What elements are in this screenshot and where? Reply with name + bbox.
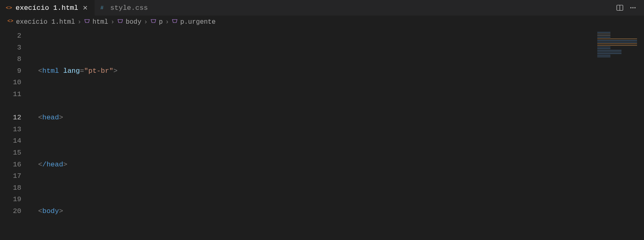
line-number: 17 — [0, 170, 21, 182]
css-file-icon: # — [100, 4, 107, 11]
breadcrumb-item-html[interactable]: html — [84, 18, 108, 26]
more-actions-icon[interactable] — [629, 4, 637, 11]
line-number: 18 — [0, 182, 21, 194]
title-actions — [616, 4, 641, 11]
line-number: 10 — [0, 77, 21, 89]
breadcrumb-label: p — [159, 18, 163, 26]
tab-active[interactable]: <> execício 1.html — [0, 0, 95, 16]
minimap[interactable] — [595, 29, 644, 240]
html-file-icon: <> — [7, 18, 14, 26]
line-number: 14 — [0, 135, 21, 147]
line-number: 19 — [0, 194, 21, 206]
close-icon[interactable] — [82, 4, 89, 11]
line-number: 2 — [0, 30, 21, 42]
chevron-right-icon: › — [77, 18, 82, 26]
breadcrumb-file-label: execício 1.html — [16, 18, 75, 26]
code-line: </head> — [29, 159, 644, 171]
chevron-right-icon: › — [111, 18, 115, 26]
code-editor[interactable]: 2 3 8 9 10 11 12 13 14 15 16 17 18 19 20… — [0, 29, 644, 240]
tabs-bar: <> execício 1.html # style.css — [0, 0, 644, 16]
line-number: 16 — [0, 159, 21, 171]
code-line: <html lang="pt-br"> — [29, 65, 644, 77]
breadcrumb-item-p[interactable]: p — [150, 18, 163, 26]
code-content[interactable]: <html lang="pt-br"> <head> </head> <body… — [29, 29, 644, 240]
svg-point-6 — [635, 7, 636, 9]
breadcrumb-item-body[interactable]: body — [117, 18, 141, 26]
line-number — [0, 101, 21, 112]
chevron-right-icon: › — [165, 18, 169, 26]
symbol-icon — [84, 18, 90, 26]
symbol-icon — [117, 18, 123, 26]
line-number: 20 — [0, 206, 21, 218]
line-number: 15 — [0, 147, 21, 159]
breadcrumb-label: html — [93, 18, 108, 26]
html-file-icon: <> — [6, 4, 12, 11]
line-number: 3 — [0, 42, 21, 54]
line-number-gutter: 2 3 8 9 10 11 12 13 14 15 16 17 18 19 20 — [0, 29, 29, 240]
line-number: 13 — [0, 124, 21, 136]
svg-text:#: # — [100, 5, 104, 11]
breadcrumb: <> execício 1.html › html › body › p › p… — [0, 16, 644, 29]
breadcrumb-label: p.urgente — [180, 18, 215, 26]
svg-point-4 — [630, 7, 632, 9]
breadcrumb-file[interactable]: <> execício 1.html — [7, 18, 75, 26]
line-number: 8 — [0, 54, 21, 65]
svg-text:<>: <> — [7, 18, 14, 24]
symbol-icon — [172, 18, 178, 26]
tab-label: execício 1.html — [16, 4, 78, 12]
chevron-right-icon: › — [144, 18, 148, 26]
svg-point-5 — [633, 7, 634, 9]
code-line: <body> — [29, 206, 644, 218]
breadcrumb-label: body — [126, 18, 141, 26]
split-editor-icon[interactable] — [616, 4, 624, 11]
code-line: <head> — [29, 112, 644, 124]
line-number: 11 — [0, 89, 21, 101]
symbol-icon — [150, 18, 156, 26]
line-number: 12 — [0, 112, 21, 124]
breadcrumb-item-purgente[interactable]: p.urgente — [172, 18, 215, 26]
tab-label: style.css — [110, 4, 148, 12]
svg-text:<>: <> — [6, 5, 12, 11]
line-number: 9 — [0, 65, 21, 77]
tab-inactive[interactable]: # style.css — [95, 0, 154, 16]
